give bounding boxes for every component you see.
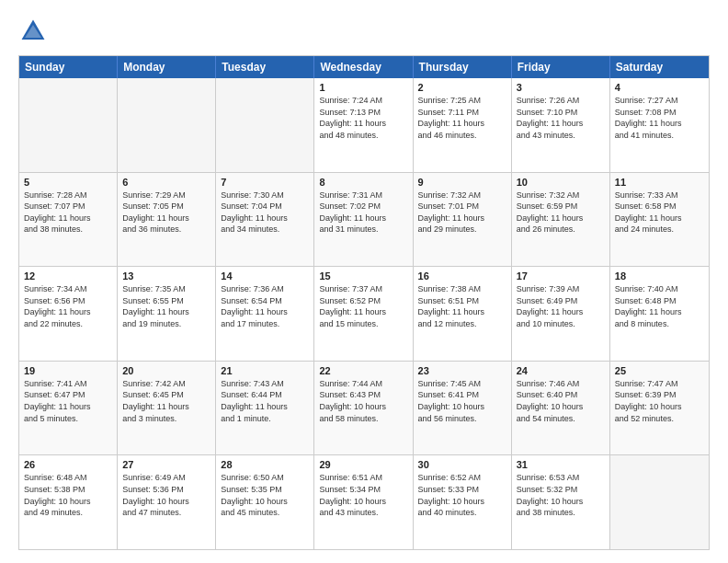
empty-cell [216, 78, 314, 172]
day-number: 2 [418, 82, 506, 93]
day-number: 6 [122, 177, 210, 188]
day-cell-27: 27Sunrise: 6:49 AM Sunset: 5:36 PM Dayli… [118, 455, 216, 549]
logo-icon [18, 17, 48, 46]
day-cell-5: 5Sunrise: 7:28 AM Sunset: 7:07 PM Daylig… [19, 173, 118, 267]
calendar-row-4: 19Sunrise: 7:41 AM Sunset: 6:47 PM Dayli… [19, 361, 709, 455]
day-number: 18 [615, 270, 704, 282]
day-info: Sunrise: 7:28 AM Sunset: 7:07 PM Dayligh… [24, 190, 112, 236]
page: SundayMondayTuesdayWednesdayThursdayFrid… [0, 0, 728, 563]
day-cell-30: 30Sunrise: 6:52 AM Sunset: 5:33 PM Dayli… [414, 455, 512, 549]
day-info: Sunrise: 7:36 AM Sunset: 6:54 PM Dayligh… [221, 283, 309, 329]
day-number: 23 [418, 365, 506, 376]
weekday-header-friday: Friday [512, 56, 610, 78]
day-cell-25: 25Sunrise: 7:47 AM Sunset: 6:39 PM Dayli… [610, 362, 709, 455]
day-cell-20: 20Sunrise: 7:42 AM Sunset: 6:45 PM Dayli… [118, 362, 216, 455]
header [18, 17, 710, 46]
empty-cell [19, 78, 118, 172]
day-cell-28: 28Sunrise: 6:50 AM Sunset: 5:35 PM Dayli… [216, 455, 314, 549]
day-info: Sunrise: 7:40 AM Sunset: 6:48 PM Dayligh… [615, 283, 704, 329]
day-number: 28 [221, 459, 309, 470]
day-info: Sunrise: 6:52 AM Sunset: 5:33 PM Dayligh… [418, 472, 506, 518]
day-cell-17: 17Sunrise: 7:39 AM Sunset: 6:49 PM Dayli… [512, 267, 610, 361]
day-info: Sunrise: 7:34 AM Sunset: 6:56 PM Dayligh… [24, 283, 112, 329]
day-cell-15: 15Sunrise: 7:37 AM Sunset: 6:52 PM Dayli… [314, 267, 413, 361]
day-info: Sunrise: 7:27 AM Sunset: 7:08 PM Dayligh… [615, 95, 704, 141]
calendar-body: 1Sunrise: 7:24 AM Sunset: 7:13 PM Daylig… [19, 78, 709, 549]
day-info: Sunrise: 7:45 AM Sunset: 6:41 PM Dayligh… [418, 378, 506, 424]
day-info: Sunrise: 7:39 AM Sunset: 6:49 PM Dayligh… [517, 283, 605, 329]
day-info: Sunrise: 7:46 AM Sunset: 6:40 PM Dayligh… [517, 378, 605, 424]
day-info: Sunrise: 7:32 AM Sunset: 7:01 PM Dayligh… [418, 190, 506, 236]
day-number: 17 [517, 270, 605, 282]
day-number: 12 [24, 270, 112, 282]
weekday-header-sunday: Sunday [19, 56, 118, 78]
day-cell-29: 29Sunrise: 6:51 AM Sunset: 5:34 PM Dayli… [314, 455, 413, 549]
calendar-row-2: 5Sunrise: 7:28 AM Sunset: 7:07 PM Daylig… [19, 172, 709, 267]
day-info: Sunrise: 7:25 AM Sunset: 7:11 PM Dayligh… [418, 95, 506, 141]
day-info: Sunrise: 7:29 AM Sunset: 7:05 PM Dayligh… [122, 190, 210, 236]
day-cell-23: 23Sunrise: 7:45 AM Sunset: 6:41 PM Dayli… [414, 362, 512, 455]
day-number: 27 [122, 459, 210, 470]
calendar: SundayMondayTuesdayWednesdayThursdayFrid… [18, 55, 710, 550]
day-number: 7 [221, 177, 309, 188]
day-cell-16: 16Sunrise: 7:38 AM Sunset: 6:51 PM Dayli… [414, 267, 512, 361]
empty-cell [118, 78, 216, 172]
day-number: 14 [221, 270, 309, 282]
day-info: Sunrise: 7:35 AM Sunset: 6:55 PM Dayligh… [122, 283, 210, 329]
day-number: 9 [418, 177, 506, 188]
weekday-header-wednesday: Wednesday [314, 56, 413, 78]
day-info: Sunrise: 7:43 AM Sunset: 6:44 PM Dayligh… [221, 378, 309, 424]
day-number: 22 [319, 365, 407, 376]
day-cell-12: 12Sunrise: 7:34 AM Sunset: 6:56 PM Dayli… [19, 267, 118, 361]
day-cell-13: 13Sunrise: 7:35 AM Sunset: 6:55 PM Dayli… [118, 267, 216, 361]
day-info: Sunrise: 6:48 AM Sunset: 5:38 PM Dayligh… [24, 472, 112, 518]
day-cell-10: 10Sunrise: 7:32 AM Sunset: 6:59 PM Dayli… [512, 173, 610, 267]
day-number: 3 [517, 82, 605, 93]
day-info: Sunrise: 7:30 AM Sunset: 7:04 PM Dayligh… [221, 190, 309, 236]
day-info: Sunrise: 7:38 AM Sunset: 6:51 PM Dayligh… [418, 283, 506, 329]
weekday-header-tuesday: Tuesday [216, 56, 314, 78]
day-cell-9: 9Sunrise: 7:32 AM Sunset: 7:01 PM Daylig… [414, 173, 512, 267]
day-cell-21: 21Sunrise: 7:43 AM Sunset: 6:44 PM Dayli… [216, 362, 314, 455]
day-number: 8 [319, 177, 407, 188]
day-number: 13 [122, 270, 210, 282]
calendar-row-5: 26Sunrise: 6:48 AM Sunset: 5:38 PM Dayli… [19, 454, 709, 549]
day-cell-6: 6Sunrise: 7:29 AM Sunset: 7:05 PM Daylig… [118, 173, 216, 267]
weekday-header-thursday: Thursday [414, 56, 512, 78]
empty-cell [610, 455, 709, 549]
day-cell-2: 2Sunrise: 7:25 AM Sunset: 7:11 PM Daylig… [414, 78, 512, 172]
day-info: Sunrise: 6:51 AM Sunset: 5:34 PM Dayligh… [319, 472, 407, 518]
calendar-row-3: 12Sunrise: 7:34 AM Sunset: 6:56 PM Dayli… [19, 266, 709, 361]
calendar-row-1: 1Sunrise: 7:24 AM Sunset: 7:13 PM Daylig… [19, 78, 709, 172]
calendar-header: SundayMondayTuesdayWednesdayThursdayFrid… [19, 56, 709, 78]
day-info: Sunrise: 7:41 AM Sunset: 6:47 PM Dayligh… [24, 378, 112, 424]
day-number: 25 [615, 365, 704, 376]
day-number: 5 [24, 177, 112, 188]
day-number: 11 [615, 177, 704, 188]
day-number: 30 [418, 459, 506, 470]
day-info: Sunrise: 7:31 AM Sunset: 7:02 PM Dayligh… [319, 190, 407, 236]
weekday-header-saturday: Saturday [610, 56, 709, 78]
day-cell-7: 7Sunrise: 7:30 AM Sunset: 7:04 PM Daylig… [216, 173, 314, 267]
day-cell-22: 22Sunrise: 7:44 AM Sunset: 6:43 PM Dayli… [314, 362, 413, 455]
day-number: 19 [24, 365, 112, 376]
day-number: 31 [517, 459, 605, 470]
day-info: Sunrise: 7:37 AM Sunset: 6:52 PM Dayligh… [319, 283, 407, 329]
day-number: 15 [319, 270, 407, 282]
day-cell-18: 18Sunrise: 7:40 AM Sunset: 6:48 PM Dayli… [610, 267, 709, 361]
day-cell-3: 3Sunrise: 7:26 AM Sunset: 7:10 PM Daylig… [512, 78, 610, 172]
day-number: 20 [122, 365, 210, 376]
day-number: 10 [517, 177, 605, 188]
day-number: 29 [319, 459, 407, 470]
day-info: Sunrise: 7:26 AM Sunset: 7:10 PM Dayligh… [517, 95, 605, 141]
day-cell-11: 11Sunrise: 7:33 AM Sunset: 6:58 PM Dayli… [610, 173, 709, 267]
day-number: 24 [517, 365, 605, 376]
day-info: Sunrise: 6:50 AM Sunset: 5:35 PM Dayligh… [221, 472, 309, 518]
day-cell-8: 8Sunrise: 7:31 AM Sunset: 7:02 PM Daylig… [314, 173, 413, 267]
day-info: Sunrise: 7:32 AM Sunset: 6:59 PM Dayligh… [517, 190, 605, 236]
day-info: Sunrise: 6:53 AM Sunset: 5:32 PM Dayligh… [517, 472, 605, 518]
day-info: Sunrise: 7:42 AM Sunset: 6:45 PM Dayligh… [122, 378, 210, 424]
day-number: 26 [24, 459, 112, 470]
day-cell-14: 14Sunrise: 7:36 AM Sunset: 6:54 PM Dayli… [216, 267, 314, 361]
day-cell-1: 1Sunrise: 7:24 AM Sunset: 7:13 PM Daylig… [314, 78, 413, 172]
